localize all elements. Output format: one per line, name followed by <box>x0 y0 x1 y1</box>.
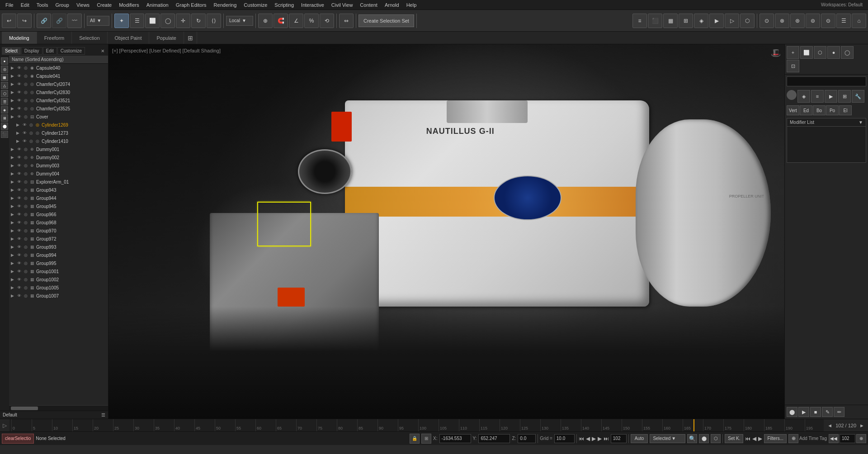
explorer-tab-select[interactable]: Select <box>2 47 21 55</box>
scene-item[interactable]: ▶ 👁 ◎ ◎ ChamferCyl3525 <box>9 104 108 113</box>
menu-item-animation[interactable]: Animation <box>143 1 172 9</box>
scene-item[interactable]: ▶ 👁 ◎ ▦ Group944 <box>9 194 108 202</box>
mod-tool-1[interactable]: ⬤ <box>787 407 797 417</box>
menu-item-views[interactable]: Views <box>73 1 93 9</box>
time-tag-icon[interactable]: ⊕ <box>788 434 798 443</box>
move-button[interactable]: ✛ <box>176 14 190 28</box>
rp-btn-3[interactable]: ⬡ <box>814 46 826 59</box>
playback-next-frame[interactable]: ▶ <box>598 435 602 442</box>
grid-button[interactable]: ⊞ <box>679 14 693 28</box>
scene-item[interactable]: ▶ 👁 ◎ ▦ Group945 <box>9 202 108 210</box>
scene-layer-options[interactable]: ☰ <box>101 412 105 417</box>
scene-item[interactable]: ▶ 👁 ◎ ◎ Cylinder1410 <box>9 137 108 145</box>
viewport[interactable]: [+] [Perspective] [User Defined] [Defaul… <box>108 44 784 419</box>
rp-btn-4[interactable]: ● <box>827 46 840 59</box>
playback-first-frame[interactable]: ⏮ <box>579 435 584 442</box>
viewport-grid-btn[interactable]: ⊞ <box>421 434 431 444</box>
rp-btn-1[interactable]: + <box>787 46 799 59</box>
menu-item-interactive[interactable]: Interactive <box>297 1 328 9</box>
coord-dropdown[interactable]: Local ▼ <box>226 16 253 26</box>
object-type-icon-6[interactable]: ☰ <box>1 98 8 105</box>
render-setup-button[interactable]: ▶ <box>709 14 724 28</box>
pivot-button[interactable]: ⊕ <box>258 14 273 28</box>
mod-tool-3[interactable]: ■ <box>810 407 821 417</box>
container-button[interactable]: ▦ <box>663 14 678 28</box>
scene-item[interactable]: ▶ 👁 ◎ ▦ Group1001 <box>9 267 108 275</box>
object-type-icon-1[interactable]: ● <box>1 57 8 65</box>
scene-item[interactable]: ▶ 👁 ◎ ▤ Cover <box>9 113 108 121</box>
scene-item[interactable]: ▶ 👁 ◎ ◎ ChamferCyl3521 <box>9 96 108 104</box>
extra-tool-6[interactable]: ☰ <box>836 14 851 28</box>
timeline-expand-btn[interactable]: ▷ <box>2 421 8 430</box>
mod-tool-4[interactable]: ✎ <box>822 407 833 417</box>
set-key-button[interactable]: Set K. <box>725 434 743 443</box>
quick-render-button[interactable]: ▷ <box>725 14 739 28</box>
modifier-subobj-btn[interactable]: ◈ <box>797 90 810 103</box>
scene-item[interactable]: ▶ 👁 ◎ ▦ Group1005 <box>9 284 108 292</box>
scene-hscroll[interactable] <box>9 405 108 411</box>
scene-item[interactable]: ▶ 👁 ◎ ◎ ChamferCyl2830 <box>9 88 108 96</box>
menu-item-create[interactable]: Create <box>93 1 115 9</box>
scene-item[interactable]: ▶ 👁 ◎ ▦ Group994 <box>9 251 108 259</box>
playback-last-frame[interactable]: ⏭ <box>604 435 609 442</box>
scene-panel-close-button[interactable]: × <box>99 47 106 54</box>
modifier-util-btn[interactable]: 🔧 <box>852 90 864 103</box>
scene-item[interactable]: ▶ 👁 ◎ ⊕ Dummy003 <box>9 161 108 170</box>
scene-item[interactable]: ▶ 👁 ◎ ⊕ Dummy001 <box>9 145 108 153</box>
menu-item-file[interactable]: File <box>2 1 17 9</box>
explorer-tab-display[interactable]: Display <box>21 47 42 55</box>
create-selection-set-button[interactable]: Create Selection Set <box>359 14 414 27</box>
scene-item[interactable]: ▶ 👁 ◎ ◎ Cylinder1273 <box>9 129 108 137</box>
tab-populate[interactable]: Populate <box>149 32 184 44</box>
auto-key-button[interactable]: Auto <box>631 434 648 443</box>
modifier-props-btn[interactable]: ≡ <box>811 90 824 103</box>
selected-dropdown[interactable]: Selected ▼ <box>650 434 685 443</box>
modifier-list-dropdown[interactable]: Modifier List ▼ <box>787 118 866 127</box>
extra-tool-1[interactable]: ⊙ <box>760 14 774 28</box>
subobj-btn-3[interactable]: Bo <box>813 105 826 115</box>
rp-btn-5[interactable]: ◯ <box>841 46 854 59</box>
percent-snap-button[interactable]: % <box>304 14 319 28</box>
menu-item-rendering[interactable]: Rendering <box>210 1 241 9</box>
key-ctrl-3[interactable]: ▶ <box>758 435 762 442</box>
select-object-button[interactable]: ✦ <box>114 14 129 28</box>
subobj-btn-4[interactable]: Po <box>826 105 839 115</box>
undo-button[interactable]: ↩ <box>2 14 16 28</box>
scene-item[interactable]: ▶ 👁 ◎ ▦ Group993 <box>9 243 108 251</box>
clear-selection-button[interactable]: clearSelectio <box>2 434 34 444</box>
menu-item-civil-view[interactable]: Civil View <box>328 1 356 9</box>
subobj-btn-1[interactable]: Vert <box>787 105 799 115</box>
hscroll-thumb[interactable] <box>11 407 38 410</box>
scene-sort-header[interactable]: Name (Sorted Ascending) <box>9 56 108 64</box>
time-ctrl-1[interactable]: ◀◀ <box>829 434 839 443</box>
scene-item[interactable]: ▶ 👁 ◎ ▦ Group943 <box>9 186 108 194</box>
menu-item-tools[interactable]: Tools <box>33 1 52 9</box>
rp-btn-6[interactable]: ⊡ <box>787 60 799 72</box>
tab-object-paint[interactable]: Object Paint <box>108 32 150 44</box>
scene-item[interactable]: ▶ 👁 ◎ ◎ Cylinder1269 <box>9 121 108 129</box>
modifier-disp-btn[interactable]: ⊞ <box>838 90 851 103</box>
angle-snap-button[interactable]: ∠ <box>289 14 303 28</box>
tab-freeform[interactable]: Freeform <box>37 32 72 44</box>
material-editor-button[interactable]: ◈ <box>694 14 708 28</box>
scene-item[interactable]: ▶ 👁 ◎ ◉ Capsule040 <box>9 64 108 72</box>
object-type-icon-10[interactable]: ⬛ <box>1 131 8 138</box>
scene-item[interactable]: ▶ 👁 ◎ ▦ Group995 <box>9 259 108 267</box>
unlink-button[interactable]: 🔗 <box>52 14 66 28</box>
rp-btn-2[interactable]: ⬜ <box>800 46 813 59</box>
object-type-icon-3[interactable]: ▦ <box>1 74 8 81</box>
extra-tool-3[interactable]: ⊛ <box>790 14 805 28</box>
key-ctrl-2[interactable]: ◀ <box>752 435 756 442</box>
tab-modeling[interactable]: Modeling <box>2 32 37 44</box>
key-filter-btn-1[interactable]: ⬤ <box>699 434 709 443</box>
select-by-name-button[interactable]: ☰ <box>130 14 144 28</box>
object-type-icon-5[interactable]: ⬡ <box>1 90 8 97</box>
spinner-snap-button[interactable]: ⟲ <box>320 14 334 28</box>
time-ctrl-2[interactable]: ⊕ <box>856 434 866 443</box>
timeline-playhead[interactable] <box>693 419 694 431</box>
object-type-icon-4[interactable]: △ <box>1 82 8 89</box>
timeline-ruler[interactable]: 0510152025303540455055606570758085909510… <box>9 419 824 431</box>
menu-item-scripting[interactable]: Scripting <box>271 1 297 9</box>
link-button[interactable]: 🔗 <box>37 14 51 28</box>
filters-button[interactable]: Filters... <box>764 434 787 443</box>
